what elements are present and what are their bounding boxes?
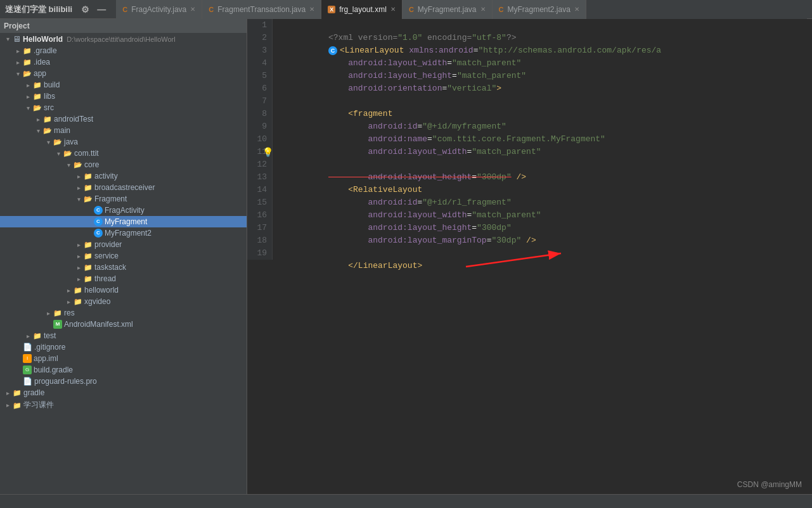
root-path: D:\workspace\ttit\android\HelloWorl [67, 35, 176, 43]
line-num: 4 [247, 57, 267, 70]
close-icon[interactable]: ✕ [390, 6, 396, 13]
sidebar-item-myfragment2[interactable]: C MyFragment2 [0, 227, 247, 239]
line-num: 10 [247, 133, 267, 146]
close-icon[interactable]: ✕ [309, 6, 314, 13]
folder-icon [84, 183, 93, 192]
sidebar-item-app[interactable]: app [0, 68, 247, 79]
line-numbers: 1 2 3 4 5 6 7 8 9 10 11 12 13 14 15 16 1… [247, 19, 273, 260]
tab-fragmenttransaction[interactable]: C FragmentTransaction.java ✕ [202, 0, 321, 19]
item-label: broadcastreceiver [94, 183, 155, 192]
close-icon[interactable]: ✕ [480, 6, 486, 13]
tab-label: FragmentTransaction.java [217, 5, 306, 14]
folder-icon [33, 92, 42, 101]
minimize-button[interactable]: — [97, 4, 106, 15]
chevron-icon [13, 59, 23, 66]
folder-icon [33, 103, 42, 112]
folder-icon [84, 263, 93, 272]
gear-icon[interactable]: ⚙ [81, 4, 89, 15]
code-line-7: <fragment [279, 95, 812, 108]
chevron-icon [74, 276, 84, 283]
sidebar-item-study[interactable]: 学习课件 [0, 398, 247, 412]
logo-area: 迷迷们字堂 bilibili ⚙ — [5, 4, 106, 15]
sidebar-item-core[interactable]: core [0, 159, 247, 170]
folder-icon [74, 160, 82, 169]
item-label: 学习课件 [23, 400, 54, 410]
bottom-bar [0, 494, 812, 508]
chevron-icon [33, 116, 43, 123]
tab-myfragment2[interactable]: C MyFragment2.java ✕ [493, 0, 586, 19]
folder-icon [53, 308, 62, 317]
sidebar-item-comttit[interactable]: com.ttit [0, 148, 247, 159]
line-num: 16 [247, 209, 267, 222]
sidebar-item-buildgradle[interactable]: G build.gradle [0, 364, 247, 376]
item-label: core [84, 160, 99, 169]
sidebar-item-gitignore[interactable]: 📄 .gitignore [0, 341, 247, 353]
line-num: 2 [247, 32, 267, 44]
chevron-icon [3, 390, 13, 397]
sidebar-item-gradle[interactable]: .gradle [0, 45, 247, 56]
sidebar-item-androidtest[interactable]: androidTest [0, 113, 247, 125]
sidebar-item-proguard[interactable]: 📄 proguard-rules.pro [0, 376, 247, 387]
chevron-icon [23, 333, 33, 340]
tab-myfragment[interactable]: C MyFragment.java ✕ [403, 0, 493, 19]
chevron-icon [74, 173, 84, 180]
sidebar-item-test[interactable]: test [0, 330, 247, 341]
item-label: proguard-rules.pro [34, 377, 97, 386]
line-num: 3 [247, 44, 267, 57]
code-lines: <?xml version="1.0" encoding="utf-8"?> C… [273, 19, 812, 260]
sidebar-item-taskstack[interactable]: taskstack [0, 262, 247, 273]
bulb-icon: 💡 [262, 146, 273, 159]
chevron-icon [74, 253, 84, 260]
sidebar-item-libs[interactable]: libs [0, 91, 247, 102]
chevron-icon [23, 105, 33, 111]
line-num: 15 [247, 196, 267, 209]
item-label: taskstack [94, 263, 126, 272]
sidebar-item-fragactivity[interactable]: C FragActivity [0, 205, 247, 216]
sidebar-item-activity[interactable]: activity [0, 170, 247, 182]
line-num: 12 [247, 158, 267, 171]
sidebar-item-service[interactable]: service [0, 250, 247, 262]
sidebar-item-build[interactable]: build [0, 79, 247, 91]
sidebar-item-fragment[interactable]: Fragment [0, 193, 247, 205]
sidebar-item-thread[interactable]: thread [0, 273, 247, 284]
item-label: MyFragment2 [105, 229, 151, 238]
item-label: helloworld [84, 286, 119, 295]
line-num: 5 [247, 70, 267, 82]
editor[interactable]: 1 2 3 4 5 6 7 8 9 10 11 12 13 14 15 16 1… [247, 19, 812, 508]
sidebar-item-main[interactable]: main [0, 125, 247, 136]
close-icon[interactable]: ✕ [574, 6, 579, 13]
item-label: src [44, 103, 54, 112]
sidebar-item-helloworld[interactable]: helloworld [0, 284, 247, 296]
sidebar-item-xgvideo[interactable]: xgvideo [0, 296, 247, 307]
sidebar-item-src[interactable]: src [0, 102, 247, 113]
close-icon[interactable]: ✕ [190, 6, 195, 13]
line-num: 7 [247, 95, 267, 108]
sidebar-item-idea[interactable]: .idea [0, 56, 247, 68]
sidebar-item-appiml[interactable]: I app.iml [0, 353, 247, 364]
sidebar-item-broadcastreceiver[interactable]: broadcastreceiver [0, 182, 247, 193]
gradle-icon: G [23, 365, 32, 374]
file-icon: 📄 [23, 377, 32, 386]
item-label: app [34, 69, 46, 78]
java-file-icon: C [94, 217, 103, 226]
sidebar-item-java[interactable]: java [0, 136, 247, 148]
sidebar-item-myfragment[interactable]: C MyFragment [0, 216, 247, 227]
folder-icon [23, 46, 32, 55]
item-label: FragActivity [105, 206, 145, 215]
sidebar-item-res[interactable]: res [0, 307, 247, 319]
chevron-icon [13, 48, 23, 54]
tab-frg-layout[interactable]: X frg_layout.xml ✕ [321, 0, 403, 19]
code-line-12 [279, 158, 812, 171]
folder-icon [74, 286, 82, 295]
item-label: provider [94, 240, 122, 249]
tree-root[interactable]: 🖥 HelloWorld D:\workspace\ttit\android\H… [0, 33, 247, 45]
sidebar-item-gradle-root[interactable]: gradle [0, 387, 247, 398]
tab-fragactivity[interactable]: C FragActivity.java ✕ [116, 0, 202, 19]
chevron-icon [23, 93, 33, 100]
csdn-watermark: CSDN @amingMM [737, 480, 802, 489]
xml-file-icon: M [53, 320, 62, 329]
sidebar-item-androidmanifest[interactable]: M AndroidManifest.xml [0, 319, 247, 330]
item-label: xgvideo [84, 297, 110, 306]
sidebar-item-provider[interactable]: provider [0, 239, 247, 250]
sidebar: Project 🖥 HelloWorld D:\workspace\ttit\a… [0, 19, 247, 508]
